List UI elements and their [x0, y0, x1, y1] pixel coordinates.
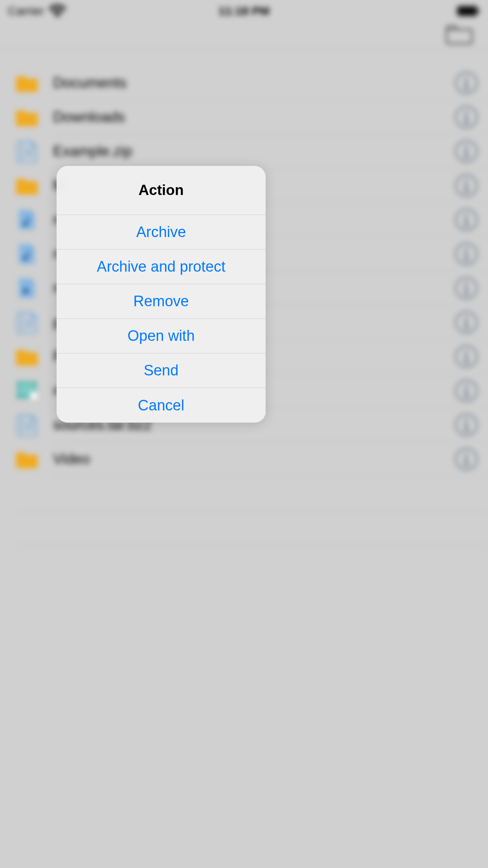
wifi-icon: [49, 4, 66, 18]
video-icon: [0, 278, 53, 300]
info-button[interactable]: [445, 305, 488, 340]
file-row[interactable]: Downloads: [0, 100, 488, 134]
clock: 11:18 PM: [218, 4, 270, 18]
info-button[interactable]: [445, 66, 488, 100]
separator: [16, 511, 488, 546]
action-send[interactable]: Send: [57, 353, 266, 388]
folder-icon: [0, 346, 53, 368]
info-button[interactable]: [445, 340, 488, 374]
info-button[interactable]: [445, 408, 488, 442]
archive-icon: [0, 141, 53, 163]
new-folder-button[interactable]: [446, 24, 474, 45]
action-remove[interactable]: Remove: [57, 284, 266, 319]
action-archive-protect[interactable]: Archive and protect: [57, 250, 266, 284]
action-sheet: Action Archive Archive and protect Remov…: [57, 166, 266, 423]
archive-icon: [0, 312, 53, 334]
file-row[interactable]: Video: [0, 442, 488, 476]
separator: [16, 476, 488, 511]
file-name: Video: [53, 442, 445, 476]
sheet-icon: [0, 380, 53, 402]
nav-bar: [0, 22, 488, 50]
info-button[interactable]: [445, 169, 488, 203]
info-button[interactable]: [445, 237, 488, 271]
info-button[interactable]: [445, 100, 488, 134]
action-sheet-title: Action: [57, 166, 266, 215]
info-button[interactable]: [445, 271, 488, 305]
info-button[interactable]: [445, 134, 488, 169]
folder-icon: [0, 72, 53, 94]
audio-icon: [0, 209, 53, 231]
action-archive[interactable]: Archive: [57, 215, 266, 250]
audio-icon: [0, 243, 53, 265]
action-open-with[interactable]: Open with: [57, 319, 266, 353]
carrier-label: Carrier: [8, 4, 44, 18]
folder-icon: [0, 107, 53, 129]
file-row[interactable]: Documents: [0, 66, 488, 100]
info-button[interactable]: [445, 203, 488, 237]
battery-icon: [457, 5, 480, 17]
file-name: Documents: [53, 66, 445, 100]
action-cancel[interactable]: Cancel: [57, 388, 266, 423]
file-name: Downloads: [53, 100, 445, 134]
archive-icon: [0, 414, 53, 436]
status-bar: Carrier 11:18 PM: [0, 0, 488, 22]
folder-icon: [0, 449, 53, 471]
file-row[interactable]: Example.zip: [0, 134, 488, 169]
file-name: Example.zip: [53, 134, 445, 169]
info-button[interactable]: [445, 374, 488, 408]
info-button[interactable]: [445, 442, 488, 476]
folder-icon: [0, 175, 53, 197]
